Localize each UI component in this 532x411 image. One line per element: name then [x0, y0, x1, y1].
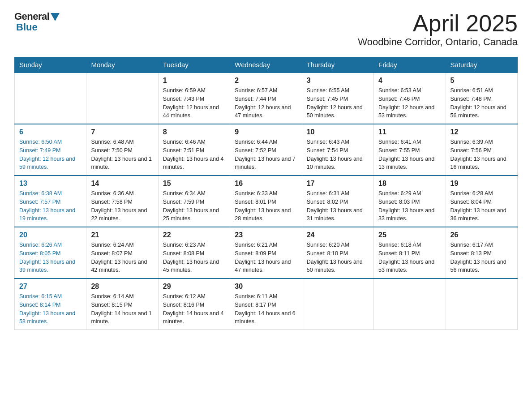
calendar-week-row: 6Sunrise: 6:50 AMSunset: 7:49 PMDaylight…	[15, 124, 518, 176]
calendar-cell: 2Sunrise: 6:57 AMSunset: 7:44 PMDaylight…	[230, 73, 302, 124]
calendar-cell: 8Sunrise: 6:46 AMSunset: 7:51 PMDaylight…	[158, 124, 230, 176]
calendar-cell: 20Sunrise: 6:26 AMSunset: 8:05 PMDayligh…	[15, 227, 86, 278]
weekday-header-monday: Monday	[86, 57, 158, 73]
day-info: Sunrise: 6:17 AMSunset: 8:13 PMDaylight:…	[450, 241, 513, 274]
calendar-table: SundayMondayTuesdayWednesdayThursdayFrid…	[14, 57, 518, 330]
day-number: 12	[450, 128, 513, 136]
day-info: Sunrise: 6:57 AMSunset: 7:44 PMDaylight:…	[235, 86, 297, 120]
calendar-cell: 17Sunrise: 6:31 AMSunset: 8:02 PMDayligh…	[302, 176, 373, 227]
calendar-cell: 28Sunrise: 6:14 AMSunset: 8:15 PMDayligh…	[86, 278, 158, 330]
day-number: 28	[91, 283, 153, 291]
calendar-week-row: 13Sunrise: 6:38 AMSunset: 7:57 PMDayligh…	[15, 176, 518, 227]
calendar-header: SundayMondayTuesdayWednesdayThursdayFrid…	[15, 57, 518, 73]
calendar-cell: 25Sunrise: 6:18 AMSunset: 8:11 PMDayligh…	[374, 227, 446, 278]
day-number: 25	[378, 231, 441, 239]
day-info: Sunrise: 6:48 AMSunset: 7:50 PMDaylight:…	[91, 138, 153, 171]
weekday-header-tuesday: Tuesday	[158, 57, 230, 73]
day-number: 6	[19, 128, 82, 136]
calendar-cell: 24Sunrise: 6:20 AMSunset: 8:10 PMDayligh…	[302, 227, 373, 278]
day-info: Sunrise: 6:41 AMSunset: 7:55 PMDaylight:…	[378, 138, 441, 171]
calendar-cell: 30Sunrise: 6:11 AMSunset: 8:17 PMDayligh…	[230, 278, 302, 330]
weekday-header-thursday: Thursday	[302, 57, 373, 73]
day-number: 7	[91, 128, 153, 136]
day-info: Sunrise: 6:33 AMSunset: 8:01 PMDaylight:…	[235, 189, 297, 223]
day-info: Sunrise: 6:38 AMSunset: 7:57 PMDaylight:…	[19, 189, 82, 223]
calendar-cell: 26Sunrise: 6:17 AMSunset: 8:13 PMDayligh…	[446, 227, 517, 278]
calendar-cell: 6Sunrise: 6:50 AMSunset: 7:49 PMDaylight…	[15, 124, 86, 176]
calendar-cell: 7Sunrise: 6:48 AMSunset: 7:50 PMDaylight…	[86, 124, 158, 176]
logo-triangle-icon	[51, 13, 60, 21]
weekday-header-sunday: Sunday	[15, 57, 86, 73]
page-title: April 2025	[358, 11, 518, 36]
day-info: Sunrise: 6:44 AMSunset: 7:52 PMDaylight:…	[235, 138, 297, 171]
day-number: 3	[307, 77, 369, 85]
day-number: 9	[235, 128, 297, 136]
day-number: 24	[307, 231, 369, 239]
day-number: 10	[307, 128, 369, 136]
day-info: Sunrise: 6:26 AMSunset: 8:05 PMDaylight:…	[19, 241, 82, 274]
day-info: Sunrise: 6:34 AMSunset: 7:59 PMDaylight:…	[163, 189, 225, 223]
calendar-week-row: 20Sunrise: 6:26 AMSunset: 8:05 PMDayligh…	[15, 227, 518, 278]
day-info: Sunrise: 6:29 AMSunset: 8:03 PMDaylight:…	[378, 189, 441, 223]
day-info: Sunrise: 6:15 AMSunset: 8:14 PMDaylight:…	[19, 292, 82, 326]
day-info: Sunrise: 6:43 AMSunset: 7:54 PMDaylight:…	[307, 138, 369, 171]
day-info: Sunrise: 6:20 AMSunset: 8:10 PMDaylight:…	[307, 241, 369, 274]
day-info: Sunrise: 6:31 AMSunset: 8:02 PMDaylight:…	[307, 189, 369, 223]
day-number: 13	[19, 180, 82, 188]
day-info: Sunrise: 6:46 AMSunset: 7:51 PMDaylight:…	[163, 138, 225, 171]
calendar-cell: 3Sunrise: 6:55 AMSunset: 7:45 PMDaylight…	[302, 73, 373, 124]
calendar-cell: 4Sunrise: 6:53 AMSunset: 7:46 PMDaylight…	[374, 73, 446, 124]
day-number: 14	[91, 180, 153, 188]
day-info: Sunrise: 6:12 AMSunset: 8:16 PMDaylight:…	[163, 292, 225, 326]
weekday-header-friday: Friday	[374, 57, 446, 73]
calendar-cell: 12Sunrise: 6:39 AMSunset: 7:56 PMDayligh…	[446, 124, 517, 176]
day-number: 11	[378, 128, 441, 136]
day-number: 22	[163, 231, 225, 239]
day-number: 18	[378, 180, 441, 188]
header-right: April 2025 Woodbine Corridor, Ontario, C…	[358, 11, 518, 48]
day-info: Sunrise: 6:53 AMSunset: 7:46 PMDaylight:…	[378, 86, 441, 120]
calendar-cell: 16Sunrise: 6:33 AMSunset: 8:01 PMDayligh…	[230, 176, 302, 227]
calendar-cell: 21Sunrise: 6:24 AMSunset: 8:07 PMDayligh…	[86, 227, 158, 278]
calendar-cell: 5Sunrise: 6:51 AMSunset: 7:48 PMDaylight…	[446, 73, 517, 124]
day-number: 19	[450, 180, 513, 188]
page-header: General Blue April 2025 Woodbine Corrido…	[14, 11, 518, 48]
calendar-cell: 23Sunrise: 6:21 AMSunset: 8:09 PMDayligh…	[230, 227, 302, 278]
calendar-cell	[15, 73, 86, 124]
day-number: 23	[235, 231, 297, 239]
day-info: Sunrise: 6:11 AMSunset: 8:17 PMDaylight:…	[235, 292, 297, 326]
logo: General Blue	[14, 11, 60, 33]
calendar-cell	[446, 278, 517, 330]
calendar-cell: 10Sunrise: 6:43 AMSunset: 7:54 PMDayligh…	[302, 124, 373, 176]
day-number: 17	[307, 180, 369, 188]
day-info: Sunrise: 6:51 AMSunset: 7:48 PMDaylight:…	[450, 86, 513, 120]
day-number: 4	[378, 77, 441, 85]
location-title: Woodbine Corridor, Ontario, Canada	[358, 36, 518, 48]
calendar-cell: 19Sunrise: 6:28 AMSunset: 8:04 PMDayligh…	[446, 176, 517, 227]
day-info: Sunrise: 6:28 AMSunset: 8:04 PMDaylight:…	[450, 189, 513, 223]
calendar-cell: 22Sunrise: 6:23 AMSunset: 8:08 PMDayligh…	[158, 227, 230, 278]
calendar-cell	[302, 278, 373, 330]
calendar-cell: 9Sunrise: 6:44 AMSunset: 7:52 PMDaylight…	[230, 124, 302, 176]
day-number: 27	[19, 283, 82, 291]
day-number: 21	[91, 231, 153, 239]
day-info: Sunrise: 6:59 AMSunset: 7:43 PMDaylight:…	[163, 86, 225, 120]
weekday-header-saturday: Saturday	[446, 57, 517, 73]
logo-text-general: General	[14, 11, 49, 22]
day-number: 20	[19, 231, 82, 239]
calendar-cell: 11Sunrise: 6:41 AMSunset: 7:55 PMDayligh…	[374, 124, 446, 176]
weekday-header-row: SundayMondayTuesdayWednesdayThursdayFrid…	[15, 57, 518, 73]
day-number: 16	[235, 180, 297, 188]
day-number: 30	[235, 283, 297, 291]
calendar-cell: 14Sunrise: 6:36 AMSunset: 7:58 PMDayligh…	[86, 176, 158, 227]
calendar-week-row: 27Sunrise: 6:15 AMSunset: 8:14 PMDayligh…	[15, 278, 518, 330]
calendar-cell: 29Sunrise: 6:12 AMSunset: 8:16 PMDayligh…	[158, 278, 230, 330]
day-number: 2	[235, 77, 297, 85]
day-number: 15	[163, 180, 225, 188]
calendar-cell: 1Sunrise: 6:59 AMSunset: 7:43 PMDaylight…	[158, 73, 230, 124]
day-number: 5	[450, 77, 513, 85]
calendar-cell: 13Sunrise: 6:38 AMSunset: 7:57 PMDayligh…	[15, 176, 86, 227]
day-info: Sunrise: 6:24 AMSunset: 8:07 PMDaylight:…	[91, 241, 153, 274]
day-info: Sunrise: 6:23 AMSunset: 8:08 PMDaylight:…	[163, 241, 225, 274]
day-number: 1	[163, 77, 225, 85]
